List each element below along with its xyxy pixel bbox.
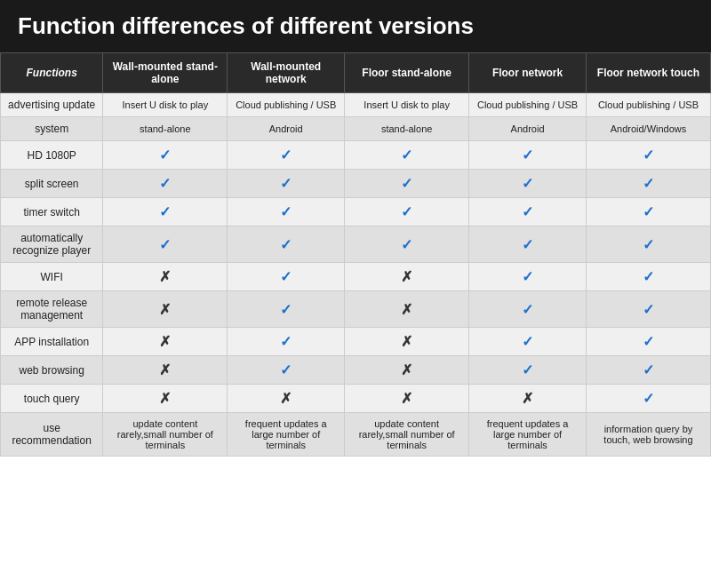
check-icon: ✓: [643, 204, 654, 219]
cross-icon: ✗: [401, 334, 412, 349]
check-icon: ✓: [401, 237, 412, 252]
col-header-wall-network: Wall-mounted network: [228, 53, 345, 93]
col-header-floor-network-touch: Floor network touch: [586, 53, 710, 93]
value-cell: frequent updates a large number of termi…: [469, 413, 587, 457]
check-icon: ✓: [643, 334, 654, 349]
check-icon: ✓: [643, 391, 654, 406]
value-cell: frequent updates a large number of termi…: [228, 413, 345, 457]
value-cell: ✓: [228, 263, 345, 291]
value-cell: Android: [469, 117, 587, 141]
cross-icon: ✗: [159, 269, 171, 284]
value-cell: ✗: [103, 385, 228, 413]
check-icon: ✓: [280, 204, 292, 219]
check-icon: ✓: [522, 362, 533, 377]
table-row: touch query✗✗✗✗✓: [1, 385, 711, 413]
check-icon: ✓: [643, 302, 654, 317]
check-icon: ✓: [401, 176, 412, 191]
value-cell: ✓: [586, 356, 710, 385]
feature-cell: touch query: [1, 385, 103, 413]
value-cell: ✓: [586, 170, 710, 198]
table-header-row: Functions Wall-mounted stand-alone Wall-…: [1, 53, 711, 93]
value-cell: Insert U disk to play: [345, 93, 469, 117]
value-cell: ✗: [103, 356, 228, 385]
value-cell: ✓: [586, 226, 710, 263]
value-cell: ✓: [469, 198, 587, 226]
check-icon: ✓: [280, 237, 292, 252]
value-cell: Cloud publishing / USB: [586, 93, 710, 117]
feature-cell: automatically recognize player: [1, 226, 103, 263]
title-bar: Function differences of different versio…: [0, 0, 711, 52]
check-icon: ✓: [401, 147, 412, 163]
check-icon: ✓: [522, 204, 533, 219]
value-cell: ✗: [345, 356, 469, 385]
check-icon: ✓: [522, 147, 533, 163]
table-row: remote release management✗✓✗✓✓: [1, 291, 711, 328]
value-cell: ✗: [345, 263, 469, 291]
comparison-table: Functions Wall-mounted stand-alone Wall-…: [0, 52, 711, 457]
check-icon: ✓: [522, 176, 533, 191]
check-icon: ✓: [643, 237, 654, 252]
check-icon: ✓: [280, 362, 292, 377]
value-cell: ✓: [345, 198, 469, 226]
feature-cell: remote release management: [1, 291, 103, 328]
feature-cell: HD 1080P: [1, 141, 103, 170]
check-icon: ✓: [522, 237, 533, 252]
value-cell: update content rarely,small number of te…: [103, 413, 228, 457]
feature-cell: web browsing: [1, 356, 103, 385]
table-row: HD 1080P✓✓✓✓✓: [1, 141, 711, 170]
value-cell: ✓: [228, 328, 345, 356]
value-cell: ✓: [469, 328, 587, 356]
feature-cell: split screen: [1, 170, 103, 198]
cross-icon: ✗: [401, 362, 412, 377]
value-cell: ✓: [228, 170, 345, 198]
value-cell: ✓: [228, 226, 345, 263]
feature-cell: timer switch: [1, 198, 103, 226]
feature-cell: APP installation: [1, 328, 103, 356]
check-icon: ✓: [643, 147, 654, 163]
check-icon: ✓: [643, 269, 654, 284]
cross-icon: ✗: [401, 391, 412, 406]
value-cell: Cloud publishing / USB: [469, 93, 587, 117]
check-icon: ✓: [159, 176, 171, 191]
cross-icon: ✗: [159, 302, 171, 317]
value-cell: ✓: [345, 226, 469, 263]
value-cell: stand-alone: [345, 117, 469, 141]
value-cell: stand-alone: [103, 117, 228, 141]
col-header-floor-network: Floor network: [469, 53, 587, 93]
feature-cell: advertising update: [1, 93, 103, 117]
check-icon: ✓: [280, 147, 292, 163]
table-container: Functions Wall-mounted stand-alone Wall-…: [0, 52, 711, 457]
table-row: WIFI✗✓✗✓✓: [1, 263, 711, 291]
value-cell: ✓: [586, 291, 710, 328]
feature-cell: use recommendation: [1, 413, 103, 457]
value-cell: ✓: [103, 170, 228, 198]
feature-cell: WIFI: [1, 263, 103, 291]
cross-icon: ✗: [159, 362, 171, 377]
table-row: automatically recognize player✓✓✓✓✓: [1, 226, 711, 263]
value-cell: ✗: [345, 385, 469, 413]
value-cell: ✗: [345, 291, 469, 328]
table-row: advertising updateInsert U disk to playC…: [1, 93, 711, 117]
value-cell: ✗: [103, 263, 228, 291]
check-icon: ✓: [522, 302, 533, 317]
check-icon: ✓: [159, 237, 171, 252]
table-row: use recommendationupdate content rarely,…: [1, 413, 711, 457]
check-icon: ✓: [522, 269, 533, 284]
value-cell: ✓: [469, 291, 587, 328]
cross-icon: ✗: [522, 391, 533, 406]
page-title: Function differences of different versio…: [18, 12, 474, 39]
value-cell: ✓: [586, 141, 710, 170]
value-cell: ✓: [469, 226, 587, 263]
check-icon: ✓: [280, 269, 292, 284]
value-cell: Cloud publishing / USB: [228, 93, 345, 117]
cross-icon: ✗: [159, 334, 171, 349]
table-row: web browsing✗✓✗✓✓: [1, 356, 711, 385]
value-cell: ✓: [103, 226, 228, 263]
check-icon: ✓: [401, 204, 412, 219]
value-cell: ✓: [103, 141, 228, 170]
value-cell: ✗: [228, 385, 345, 413]
col-header-wall-standalone: Wall-mounted stand-alone: [103, 53, 228, 93]
col-header-functions: Functions: [1, 53, 103, 93]
cross-icon: ✗: [401, 269, 412, 284]
value-cell: ✓: [345, 170, 469, 198]
